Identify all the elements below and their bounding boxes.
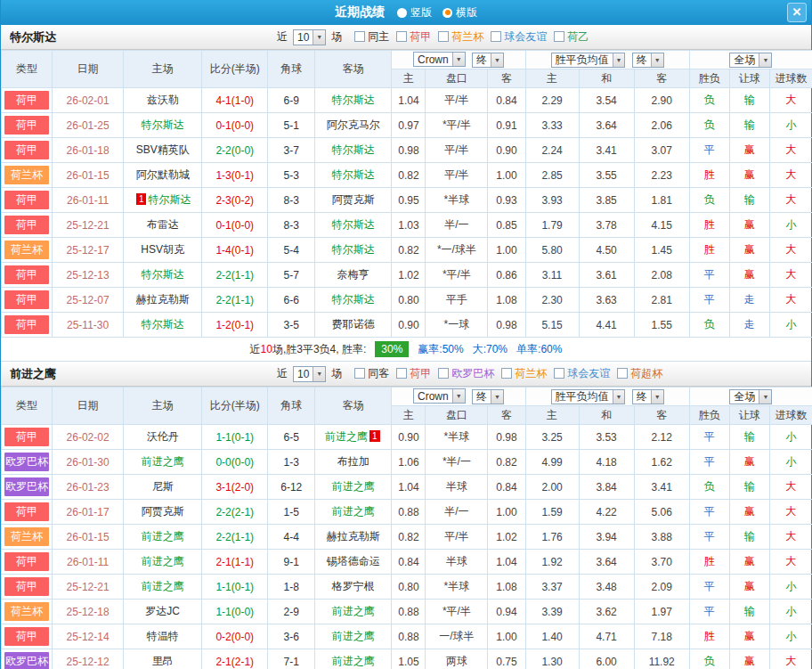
bookmaker-select[interactable]: Crown▼: [413, 388, 466, 404]
cell-result-winloss: 胜: [689, 550, 729, 575]
league-badge: 荷甲: [4, 141, 49, 159]
cell-result-goals: 小: [769, 575, 812, 600]
league-filter-checkbox[interactable]: 荷乙: [554, 29, 589, 45]
final-odds-select[interactable]: 终▼: [472, 53, 504, 68]
league-filter-checkbox[interactable]: 荷超杯: [617, 366, 662, 381]
final-odds-select-2[interactable]: 终▼: [632, 389, 664, 404]
radio-vertical-layout[interactable]: 竖版: [397, 5, 432, 20]
league-badge: 荷甲: [4, 265, 49, 284]
result-winloss-text: 平: [704, 530, 715, 543]
cell-league: 荷甲: [2, 624, 53, 649]
cell-home-team: 沃伦丹: [124, 425, 202, 450]
league-filter-checkbox[interactable]: 荷甲: [396, 29, 431, 45]
league-filter-checkbox[interactable]: 荷兰杯: [501, 366, 547, 381]
recent-count-select[interactable]: 10 ▼: [293, 29, 326, 45]
cell-handicap-line: *平/半: [426, 600, 488, 624]
cell-league: 荷兰杯: [2, 600, 53, 624]
bookmaker-select[interactable]: Crown▼: [413, 52, 466, 67]
final-odds-select-2[interactable]: 终▼: [632, 53, 664, 68]
league-filter-checkbox[interactable]: 荷兰杯: [438, 29, 483, 45]
avg-odds-select[interactable]: 胜平负均值▼: [551, 389, 626, 404]
handicap-win-rate: 赢率:50%: [418, 342, 463, 357]
cell-handicap-line: *半球: [426, 425, 488, 450]
result-header: 全场▼: [689, 51, 812, 69]
cell-corners: 5-3: [268, 163, 315, 188]
checkbox-icon: [354, 31, 365, 42]
scope-select[interactable]: 全场▼: [729, 389, 772, 404]
league-filter-checkbox[interactable]: 球会友谊: [491, 29, 547, 45]
scope-select[interactable]: 全场▼: [729, 53, 772, 68]
cell-crown-away-odds: 1.04: [488, 550, 525, 575]
cell-league: 荷兰杯: [2, 238, 53, 263]
cell-league: 荷甲: [2, 113, 53, 138]
cell-result-handicap: 输: [729, 188, 769, 213]
cell-corners: 9-1: [268, 550, 315, 575]
league-filter-checkbox[interactable]: 同客: [354, 366, 389, 381]
close-icon[interactable]: ✕: [787, 3, 807, 22]
result-goals-text: 小: [785, 455, 796, 468]
over-rate: 大:70%: [473, 342, 508, 357]
cell-league: 荷兰杯: [2, 525, 53, 550]
recent-count-select[interactable]: 10 ▼: [293, 366, 326, 382]
bookmaker-value: Crown: [418, 53, 449, 66]
league-filter-checkbox[interactable]: 球会友谊: [554, 366, 610, 381]
match-row: 荷甲26-02-02沃伦丹1-1(0-1)6-5前进之鹰10.90*半球0.98…: [2, 425, 812, 450]
recent-count-value: 10: [297, 368, 309, 380]
col-odds-away: 客: [488, 69, 525, 88]
cell-date: 25-12-21: [53, 213, 124, 238]
result-handicap-text: 输: [744, 118, 755, 131]
match-row: 荷兰杯25-12-18罗达JC1-1(0-0)2-9前进之鹰0.88*平/半0.…: [2, 600, 812, 624]
cell-result-goals: 大: [769, 188, 812, 213]
cell-crown-home-odds: 0.88: [392, 600, 426, 624]
result-handicap-text: 赢: [744, 168, 755, 181]
league-filter-checkbox[interactable]: 欧罗巴杯: [438, 366, 494, 381]
score-text: 0-1(0-0): [215, 119, 254, 132]
cell-handicap-line: 两球: [426, 649, 488, 669]
result-header: 全场▼: [689, 388, 812, 406]
result-winloss-text: 平: [704, 605, 715, 617]
cell-avg-home-odds: 3.93: [525, 188, 579, 213]
cell-avg-away-odds: 2.06: [634, 113, 689, 138]
col-avg-draw: 和: [579, 406, 634, 425]
filter-bar: 近 10 ▼ 场 同主荷甲荷兰杯球会友谊荷乙: [277, 29, 589, 45]
score-text: 2-2(1-1): [215, 269, 254, 281]
cell-avg-draw-odds: 4.71: [579, 624, 634, 649]
col-type: 类型: [2, 51, 53, 88]
cell-result-goals: 大: [769, 263, 812, 288]
home-team-name: 前进之鹰: [142, 455, 184, 468]
cell-crown-away-odds: 0.82: [488, 450, 525, 475]
radio-horizontal-layout[interactable]: 横版: [443, 5, 477, 20]
cell-home-team: 罗达JC: [124, 600, 202, 624]
cell-result-handicap: 赢: [729, 649, 769, 669]
col-avg-away: 客: [634, 69, 689, 88]
result-handicap-text: 走: [744, 318, 755, 330]
cell-home-team: 前进之鹰: [124, 450, 202, 475]
cell-result-winloss: 胜: [689, 213, 729, 238]
result-handicap-text: 赢: [744, 143, 755, 156]
league-filter-checkbox[interactable]: 同主: [354, 29, 389, 45]
home-team-name: 里昂: [152, 655, 174, 667]
final-odds-select[interactable]: 终▼: [472, 389, 504, 404]
cell-result-goals: 小: [769, 600, 812, 624]
cell-avg-home-odds: 3.11: [525, 263, 579, 288]
score-text: 4-1(1-0): [215, 94, 254, 107]
result-handicap-text: 赢: [744, 243, 755, 256]
cell-result-handicap: 赢: [729, 450, 769, 475]
cell-date: 25-12-21: [53, 575, 124, 600]
result-goals-text: 大: [785, 268, 796, 281]
league-badge: 欧罗巴杯: [4, 477, 49, 496]
away-team-name: 特尔斯达: [332, 218, 375, 231]
result-goals-text: 大: [785, 293, 796, 306]
checkbox-icon: [396, 368, 407, 379]
league-filter-checkbox[interactable]: 荷甲: [396, 366, 431, 381]
match-row: 荷兰杯26-01-15前进之鹰2-2(1-1)4-4赫拉克勒斯0.82平/半1.…: [2, 525, 812, 550]
cell-away-team: 特尔斯达: [315, 138, 392, 163]
result-winloss-text: 平: [704, 430, 715, 443]
away-team-name: 奈梅亨: [337, 268, 369, 281]
avg-odds-select[interactable]: 胜平负均值▼: [551, 53, 626, 68]
checkbox-icon: [501, 368, 512, 379]
away-team-name: 锡塔德命运: [327, 555, 380, 567]
cell-home-team: SBV精英队: [124, 138, 202, 163]
cell-result-winloss: 负: [689, 313, 729, 338]
chevron-down-icon: ▼: [452, 389, 465, 403]
